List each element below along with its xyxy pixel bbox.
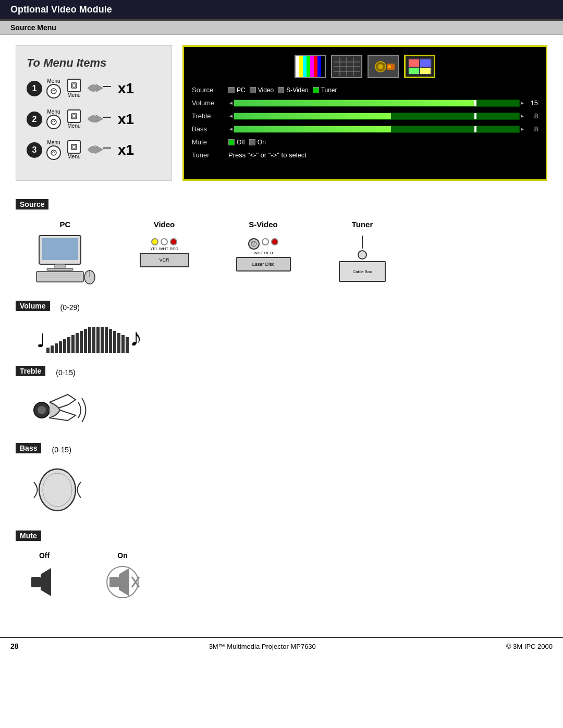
- vol-bar-10: [84, 329, 87, 353]
- vcr-connectors: [151, 238, 177, 245]
- footer-right-text: © 3M IPC 2000: [506, 643, 553, 650]
- vol-bar-18: [117, 333, 120, 353]
- volume-section: Volume (0-29) ♩: [16, 298, 547, 353]
- source-label: Source: [192, 86, 228, 94]
- pc-label: PC: [60, 220, 71, 229]
- svg-rect-21: [420, 59, 431, 67]
- treble-right-arrow[interactable]: ►: [520, 113, 525, 119]
- step1-menu-label-top: Menu: [47, 78, 60, 84]
- volume-slider[interactable]: [234, 100, 520, 107]
- svg-rect-22: [409, 68, 419, 74]
- step1-x1-label: x1: [118, 80, 134, 97]
- icon-row: [192, 55, 538, 78]
- step2-menu-label-top: Menu: [47, 109, 60, 115]
- svg-rect-23: [420, 68, 431, 74]
- step2-circle-btn[interactable]: [46, 115, 61, 129]
- step-1-icons: Menu Menu: [46, 78, 134, 99]
- treble-section-label: Treble: [16, 366, 45, 376]
- vol-bar-4: [59, 341, 62, 353]
- source-svideo-option: S-Video: [278, 87, 308, 94]
- tuner-instruction: Press "<-" or "->" to select: [228, 151, 307, 159]
- treble-left-arrow[interactable]: ◄: [228, 113, 234, 119]
- vol-bar-7: [71, 335, 75, 353]
- source-item-tuner: Tuner Cable Box: [323, 220, 401, 285]
- volume-bars: [46, 327, 129, 353]
- vcr-connector-labels: YEL WHT RED: [150, 246, 178, 251]
- vol-bar-17: [113, 331, 116, 353]
- bass-slider[interactable]: [234, 126, 520, 133]
- bass-illustration: [31, 464, 547, 517]
- vol-bar-8: [76, 333, 79, 353]
- section-header-title: Source Menu: [10, 23, 56, 32]
- step2-x1-label: x1: [118, 111, 134, 128]
- treble-section: Treble (0-15): [16, 363, 547, 430]
- svg-rect-20: [409, 59, 419, 67]
- svideo-label: S-Video: [249, 220, 278, 229]
- step-number-1: 1: [27, 81, 42, 96]
- bass-section-label: Bass: [16, 443, 41, 453]
- source-item-svideo: S-Video: [224, 220, 302, 285]
- svg-point-37: [253, 244, 254, 245]
- vol-bar-13: [96, 327, 100, 353]
- active-source-icon: [404, 55, 435, 78]
- step2-square-btn[interactable]: [67, 109, 81, 123]
- top-diagram: To Menu Items 1 Menu: [16, 45, 547, 181]
- menu-step-3: 3 Menu Menu: [27, 139, 161, 161]
- source-pc-indicator: [228, 87, 235, 93]
- cable-box: Cable Box: [339, 261, 386, 282]
- menu-step-2: 2 Menu Menu: [27, 108, 161, 130]
- menu-steps-box: To Menu Items 1 Menu: [16, 45, 172, 181]
- volume-section-label: Volume: [16, 301, 50, 311]
- svg-rect-28: [36, 272, 83, 282]
- menu-row-bass: Bass ◄ ► 8: [192, 125, 538, 133]
- vol-bar-14: [101, 327, 104, 353]
- svideo-connector-circle: [248, 238, 260, 250]
- vol-bar-11: [88, 327, 91, 353]
- vol-bar-6: [67, 337, 70, 353]
- svg-point-18: [388, 65, 391, 68]
- step2-menu-label-bot: Menu: [67, 123, 80, 129]
- bass-left-arrow[interactable]: ◄: [228, 126, 234, 132]
- svg-rect-2: [72, 84, 76, 87]
- header-title: Optional Video Module: [10, 4, 112, 15]
- svideo-connector-labels: WHT RED: [253, 251, 273, 255]
- step2-hand-arrow: [85, 108, 114, 130]
- step1-hand-arrow: [85, 78, 114, 99]
- source-menu-display: Source PC Video S-Video Tuner Volume ◄: [182, 45, 547, 181]
- mute-item-off: Off: [26, 551, 63, 600]
- vol-bar-3: [55, 343, 58, 353]
- section-header: Source Menu: [0, 21, 563, 35]
- step1-square-btn[interactable]: [67, 79, 81, 92]
- step3-hand-arrow: [85, 139, 114, 161]
- vol-bar-12: [92, 327, 95, 353]
- svg-point-0: [51, 89, 56, 94]
- grid-icon: [331, 55, 362, 78]
- mute-on-option: On: [249, 139, 266, 146]
- menu-row-treble: Treble ◄ ► 8: [192, 112, 538, 120]
- step3-circle-btn[interactable]: [46, 145, 61, 160]
- step-number-2: 2: [27, 112, 42, 127]
- source-item-pc: PC: [26, 220, 104, 285]
- source-section: Source PC: [16, 196, 547, 285]
- volume-left-arrow[interactable]: ◄: [228, 100, 234, 106]
- treble-slider[interactable]: [234, 113, 520, 120]
- tuner-connector: [358, 250, 367, 260]
- settings-icon: [368, 55, 399, 78]
- bass-right-arrow[interactable]: ►: [520, 126, 525, 132]
- pc-illustration: [31, 233, 99, 285]
- volume-right-arrow[interactable]: ►: [520, 100, 525, 106]
- bass-section: Bass (0-15): [16, 440, 547, 517]
- mute-section-label: Mute: [16, 530, 41, 541]
- vol-bar-15: [105, 327, 108, 353]
- step3-menu-label-top: Menu: [47, 140, 60, 145]
- step-number-3: 3: [27, 142, 42, 158]
- svg-point-6: [51, 150, 56, 155]
- svg-point-35: [252, 242, 253, 243]
- mute-label: Mute: [192, 138, 228, 146]
- step1-circle-btn[interactable]: [46, 84, 61, 98]
- treble-range: (0-15): [56, 368, 75, 377]
- step3-square-btn[interactable]: [67, 140, 81, 154]
- mute-off-label: Off: [39, 551, 50, 560]
- colorbar-icon: [295, 55, 326, 78]
- volume-graphic: ♩: [36, 322, 547, 353]
